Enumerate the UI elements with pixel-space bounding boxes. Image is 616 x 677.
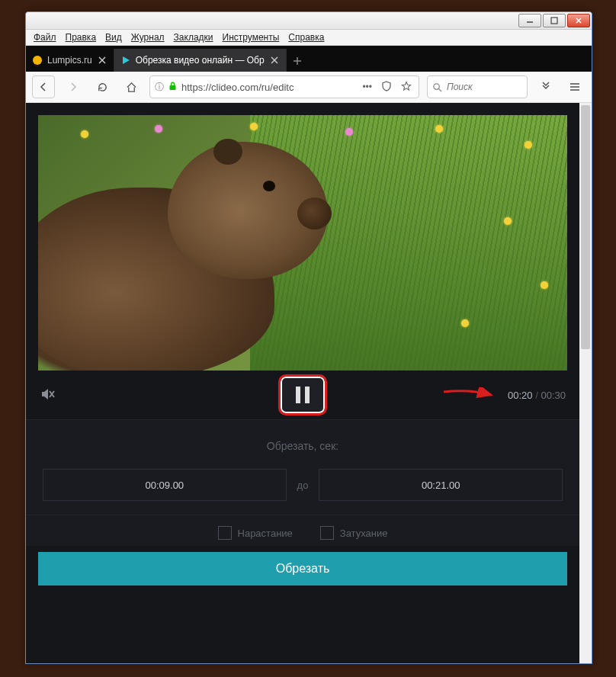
checkbox-box [320,526,334,540]
menu-file[interactable]: Файл [29,32,61,43]
hamburger-menu-button[interactable] [564,76,586,98]
menu-bookmarks[interactable]: Закладки [169,32,218,43]
menu-help[interactable]: Справка [284,32,329,43]
menu-bar: Файл Правка Вид Журнал Закладки Инструме… [26,30,592,46]
lock-icon [168,82,177,93]
overflow-button[interactable] [535,76,557,98]
annotation-arrow [442,387,496,403]
tab-lumpics[interactable]: Lumpics.ru [26,49,114,72]
menu-history[interactable]: Журнал [127,32,169,43]
favicon-lumpics-icon [32,55,43,66]
tab-strip: Lumpics.ru Обрезка видео онлайн — Обр [26,46,592,72]
page-actions-icon[interactable]: ••• [360,82,374,92]
reload-button[interactable] [91,76,113,98]
fade-in-label: Нарастание [238,528,293,539]
mute-icon[interactable] [40,386,56,405]
cut-button[interactable]: Обрезать [38,552,567,586]
tab-clideo[interactable]: Обрезка видео онлайн — Обр [114,49,287,72]
forward-button[interactable] [63,76,84,98]
navigation-bar: ⓘ https://clideo.com/ru/editc ••• [26,72,592,103]
svg-point-13 [434,83,439,88]
url-text: https://clideo.com/ru/editc [181,82,355,93]
info-icon[interactable]: ⓘ [155,81,164,94]
trim-from-input[interactable]: 00:09.00 [43,469,287,501]
fade-out-checkbox[interactable]: Затухание [320,526,388,540]
svg-rect-1 [551,18,557,24]
search-bar[interactable] [427,75,528,98]
home-button[interactable] [120,76,142,98]
total-time: 00:30 [541,390,566,401]
svg-rect-12 [170,85,176,90]
current-time: 00:20 [508,390,533,401]
window-minimize-button[interactable] [518,14,541,27]
svg-line-14 [438,88,441,91]
scrollbar-track[interactable] [579,103,592,663]
cut-button-label: Обрезать [276,562,330,576]
pause-icon [296,387,310,403]
menu-tools[interactable]: Инструменты [218,32,284,43]
trim-inputs: 00:09.00 до 00:21.00 [43,469,563,501]
bookmark-star-icon[interactable] [399,81,414,94]
content-area: 00:20 / 00:30 Обрезать, сек: 00:09.00 до… [26,103,592,663]
menu-edit[interactable]: Правка [61,32,101,43]
fade-section: Нарастание Затухание [26,515,579,546]
video-preview[interactable] [38,115,567,371]
tab-close-icon[interactable] [269,55,280,66]
trim-section-label: Обрезать, сек: [43,440,563,452]
window-maximize-button[interactable] [543,14,566,27]
window-close-button[interactable] [567,14,590,27]
tab-label: Lumpics.ru [47,55,92,66]
address-bar[interactable]: ⓘ https://clideo.com/ru/editc ••• [149,75,419,98]
player-controls: 00:20 / 00:30 [26,371,579,419]
search-input[interactable] [445,81,509,93]
checkbox-box [218,526,232,540]
fade-out-label: Затухание [340,528,388,539]
shield-icon[interactable] [379,81,394,94]
fade-in-checkbox[interactable]: Нарастание [218,526,293,540]
video-area [26,103,579,371]
window-titlebar [26,12,592,30]
svg-marker-7 [123,56,130,64]
time-display: 00:20 / 00:30 [508,390,566,401]
clideo-page: 00:20 / 00:30 Обрезать, сек: 00:09.00 до… [26,103,579,663]
pause-button[interactable] [278,374,327,416]
browser-window: Файл Правка Вид Журнал Закладки Инструме… [25,11,592,664]
scrollbar-thumb[interactable] [581,105,590,349]
back-button[interactable] [32,75,55,98]
menu-view[interactable]: Вид [101,32,127,43]
tab-close-icon[interactable] [97,55,107,66]
favicon-clideo-icon [120,55,131,66]
trim-to-input[interactable]: 00:21.00 [319,469,563,501]
new-tab-button[interactable] [287,50,308,72]
tab-label: Обрезка видео онлайн — Обр [136,55,265,66]
trim-section: Обрезать, сек: 00:09.00 до 00:21.00 [26,419,579,515]
svg-point-4 [33,56,42,65]
search-icon [432,82,442,92]
trim-to-label: до [297,480,309,491]
